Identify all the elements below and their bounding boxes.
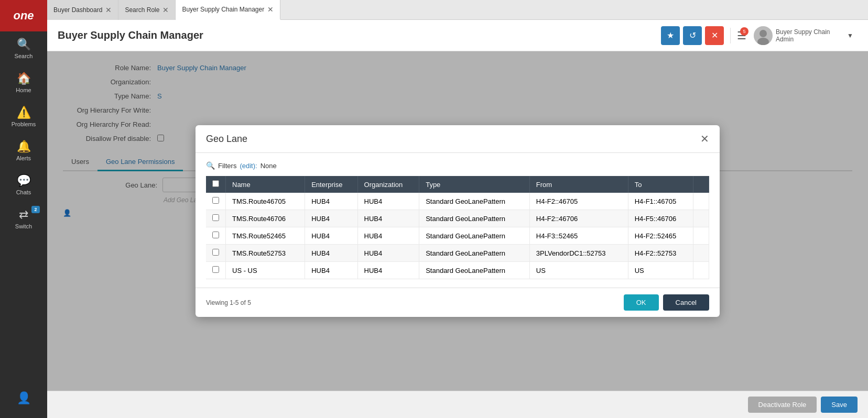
table-body: TMS.Route46705 HUB4 HUB4 Standard GeoLan… — [206, 193, 709, 279]
row-checkbox[interactable] — [212, 232, 219, 238]
table-header-row: Name Enterprise Organization Type From T… — [206, 176, 709, 193]
sidebar-user-icon[interactable]: 👤 — [17, 385, 31, 413]
tab-buyer-supply-chain-manager[interactable]: Buyer Supply Chain Manager ✕ — [176, 0, 280, 20]
star-icon: ★ — [667, 30, 674, 40]
row-checkbox-cell[interactable] — [206, 210, 226, 227]
row-from: H4-F3::52465 — [529, 227, 628, 245]
tab-label: Buyer Dashboard — [53, 6, 102, 14]
sidebar-item-label: Home — [16, 87, 31, 93]
header: Buyer Supply Chain Manager ★ ↺ ✕ ☰ 5 — [47, 20, 868, 51]
table-row: TMS.Route46706 HUB4 HUB4 Standard GeoLan… — [206, 210, 709, 227]
close-icon: ✕ — [711, 30, 718, 40]
tab-search-role[interactable]: Search Role ✕ — [118, 0, 176, 20]
menu-button[interactable]: ☰ 5 — [737, 29, 746, 42]
row-from: 3PLVendorDC1::52753 — [529, 245, 628, 262]
geo-lane-table: Name Enterprise Organization Type From T… — [206, 176, 709, 279]
filter-row: 🔍 Filters (edit): None — [206, 161, 709, 170]
modal-close-button[interactable]: ✕ — [700, 133, 709, 145]
row-checkbox-cell[interactable] — [206, 227, 226, 245]
row-checkbox-cell[interactable] — [206, 193, 226, 210]
tab-label: Buyer Supply Chain Manager — [182, 6, 264, 13]
switch-icon: ⇄ — [19, 208, 28, 222]
refresh-button[interactable]: ↺ — [683, 26, 702, 45]
modal-header: Geo Lane ✕ — [196, 125, 720, 153]
viewing-status: Viewing 1-5 of 5 — [206, 299, 251, 306]
row-enterprise: HUB4 — [305, 245, 357, 262]
modal-title: Geo Lane — [206, 134, 247, 145]
tab-close-icon[interactable]: ✕ — [162, 6, 169, 14]
tab-label: Search Role — [125, 6, 159, 14]
modal-overlay: Geo Lane ✕ 🔍 Filters (edit): None — [47, 51, 868, 391]
svg-point-1 — [760, 30, 767, 37]
sidebar-bottom: 👤 — [17, 385, 31, 418]
avatar — [754, 26, 773, 45]
row-type: Standard GeoLanePattern — [419, 210, 530, 227]
col-header-type: Type — [419, 176, 530, 193]
ok-button[interactable]: OK — [624, 294, 659, 311]
geo-lane-modal: Geo Lane ✕ 🔍 Filters (edit): None — [196, 125, 720, 317]
close-icon: ✕ — [700, 133, 709, 145]
alerts-icon: 🔔 — [17, 140, 31, 153]
logo[interactable]: one — [0, 0, 47, 31]
user-info[interactable]: Buyer Suppy Chain Admin ▼ — [750, 24, 858, 47]
refresh-icon: ↺ — [689, 30, 696, 40]
search-icon: 🔍 — [17, 38, 31, 51]
header-actions: ★ ↺ ✕ ☰ 5 Buyer Su — [661, 24, 858, 47]
sidebar-item-label: Switch — [15, 223, 32, 229]
table-row: TMS.Route46705 HUB4 HUB4 Standard GeoLan… — [206, 193, 709, 210]
row-extra — [693, 210, 709, 227]
row-enterprise: HUB4 — [305, 262, 357, 279]
tab-buyer-dashboard[interactable]: Buyer Dashboard ✕ — [47, 0, 118, 20]
row-to: H4-F1::46705 — [628, 193, 693, 210]
row-to: US — [628, 262, 693, 279]
row-extra — [693, 227, 709, 245]
filter-edit-link[interactable]: (edit): — [240, 162, 257, 170]
cancel-button[interactable]: Cancel — [663, 294, 709, 311]
row-extra — [693, 245, 709, 262]
select-all-checkbox[interactable] — [212, 180, 219, 187]
chats-icon: 💬 — [17, 174, 31, 188]
row-type: Standard GeoLanePattern — [419, 193, 530, 210]
filter-search-icon: 🔍 — [206, 161, 215, 170]
sidebar-item-chats[interactable]: 💬 Chats — [0, 168, 47, 202]
sidebar-item-problems[interactable]: ⚠️ Problems — [0, 100, 47, 134]
row-organization: HUB4 — [357, 262, 419, 279]
row-checkbox[interactable] — [212, 197, 219, 204]
row-checkbox-cell[interactable] — [206, 245, 226, 262]
sidebar: one 🔍 Search 🏠 Home ⚠️ Problems 🔔 Alerts… — [0, 0, 47, 418]
tab-close-icon[interactable]: ✕ — [267, 6, 274, 13]
row-enterprise: HUB4 — [305, 210, 357, 227]
row-name: TMS.Route52465 — [226, 227, 305, 245]
col-header-enterprise: Enterprise — [305, 176, 357, 193]
modal-footer: Viewing 1-5 of 5 OK Cancel — [196, 288, 720, 317]
modal-body: 🔍 Filters (edit): None — [196, 153, 720, 288]
row-type: Standard GeoLanePattern — [419, 262, 530, 279]
table-row: TMS.Route52753 HUB4 HUB4 Standard GeoLan… — [206, 245, 709, 262]
tab-close-icon[interactable]: ✕ — [105, 6, 112, 14]
deactivate-role-button[interactable]: Deactivate Role — [748, 397, 817, 413]
row-enterprise: HUB4 — [305, 227, 357, 245]
save-button[interactable]: Save — [821, 397, 858, 413]
table-row: US - US HUB4 HUB4 Standard GeoLanePatter… — [206, 262, 709, 279]
row-checkbox[interactable] — [212, 249, 219, 256]
sidebar-item-home[interactable]: 🏠 Home — [0, 65, 47, 100]
sidebar-item-alerts[interactable]: 🔔 Alerts — [0, 134, 47, 168]
col-header-to: To — [628, 176, 693, 193]
row-from: US — [529, 262, 628, 279]
row-extra — [693, 193, 709, 210]
sidebar-item-label: Search — [15, 53, 33, 59]
row-checkbox-cell[interactable] — [206, 262, 226, 279]
row-organization: HUB4 — [357, 210, 419, 227]
content-area: Role Name: Buyer Supply Chain Manager Or… — [47, 51, 868, 391]
favorite-button[interactable]: ★ — [661, 26, 680, 45]
row-checkbox[interactable] — [212, 266, 219, 273]
sidebar-item-label: Alerts — [16, 155, 31, 161]
row-extra — [693, 262, 709, 279]
sidebar-item-switch[interactable]: ⇄ 2 Switch — [0, 202, 47, 236]
col-header-from: From — [529, 176, 628, 193]
logo-text: one — [13, 9, 34, 23]
col-header-organization: Organization — [357, 176, 419, 193]
sidebar-item-search[interactable]: 🔍 Search — [0, 31, 47, 65]
close-button[interactable]: ✕ — [705, 26, 724, 45]
row-checkbox[interactable] — [212, 214, 219, 221]
